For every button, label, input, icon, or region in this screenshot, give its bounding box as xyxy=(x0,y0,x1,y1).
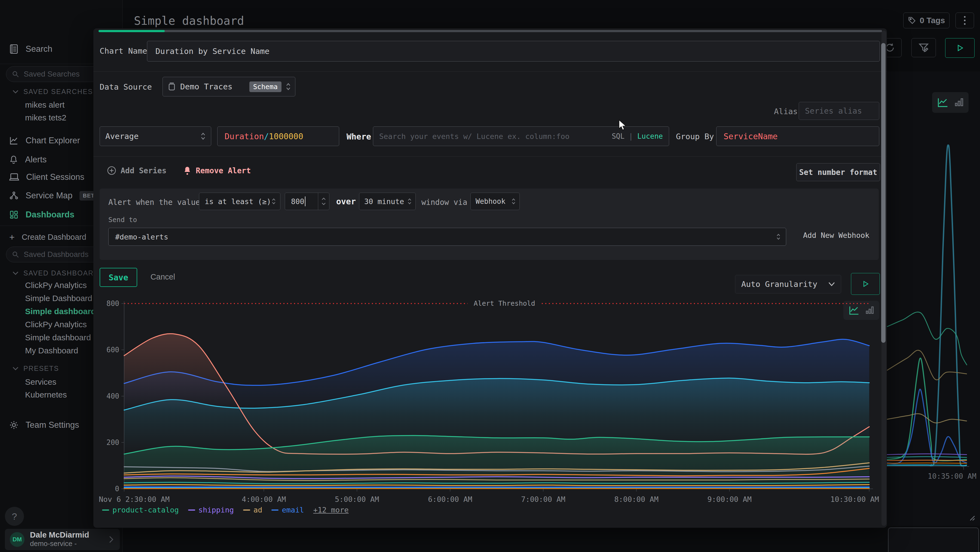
remove-alert-button[interactable]: Remove Alert xyxy=(183,166,251,175)
modal-scrollbar[interactable] xyxy=(881,30,886,526)
save-button[interactable]: Save xyxy=(100,268,137,287)
filter-edit-icon xyxy=(918,42,929,53)
number-stepper[interactable] xyxy=(318,193,329,210)
alert-threshold-input[interactable]: 800 xyxy=(285,193,329,210)
chevron-down-icon xyxy=(13,367,19,370)
saved-search-item[interactable]: mikes alert xyxy=(25,100,65,110)
user-card[interactable]: DM Dale McDiarmid demo-service - xyxy=(5,529,120,550)
legend-item[interactable]: shipping xyxy=(188,506,234,514)
legend-item[interactable]: product-catalog xyxy=(102,506,179,514)
play-icon xyxy=(862,280,869,288)
add-new-webhook-button[interactable]: Add New Webhook xyxy=(803,231,869,239)
saved-dashboard-item[interactable]: ClickPy Analytics xyxy=(25,281,87,290)
more-menu-button[interactable] xyxy=(956,13,974,28)
alert-channel-select[interactable]: Webhook xyxy=(470,193,520,210)
chevrons-up-down-icon xyxy=(272,198,276,205)
chevrons-up-down-icon xyxy=(407,198,412,205)
play-icon xyxy=(956,44,964,52)
chevrons-up-down-icon xyxy=(286,83,291,91)
circle-plus-icon xyxy=(107,166,116,175)
svg-text:7:00:00 AM: 7:00:00 AM xyxy=(521,495,565,503)
saved-dashboard-item[interactable]: Simple dashboard xyxy=(25,333,91,342)
legend-item[interactable]: email xyxy=(271,506,304,514)
alert-operator-select[interactable]: is at least (≥) xyxy=(199,193,280,210)
saved-dashboard-item[interactable]: My Dashboard xyxy=(25,346,78,355)
chevron-down-icon xyxy=(13,90,19,94)
legend-swatch xyxy=(188,509,195,511)
formula-input[interactable]: Duration/1000000 xyxy=(217,126,339,146)
alias-label: Alias xyxy=(774,107,798,116)
data-source-label: Data Source xyxy=(100,82,152,91)
add-series-button[interactable]: Add Series xyxy=(107,166,167,175)
page-title: Simple dashboard xyxy=(134,14,244,27)
cancel-button[interactable]: Cancel xyxy=(145,270,180,284)
send-to-label: Send to xyxy=(108,216,137,224)
background-chart-type-toggle[interactable] xyxy=(932,92,969,113)
saved-dashboards-header[interactable]: SAVED DASHBOARDS xyxy=(13,269,104,277)
chart-name-label: Chart Name xyxy=(100,46,147,56)
legend-swatch xyxy=(102,509,109,511)
legend-item[interactable]: ad xyxy=(243,506,262,514)
progress-track xyxy=(99,30,882,32)
group-by-input[interactable]: ServiceName xyxy=(716,126,879,146)
alias-input[interactable]: Series alias xyxy=(799,102,879,120)
schema-badge: Schema xyxy=(249,81,282,92)
webhook-select[interactable]: #demo-alerts xyxy=(108,228,786,246)
granularity-select[interactable]: Auto Granularity xyxy=(735,275,841,294)
user-name: Dale McDiarmid xyxy=(30,531,103,539)
legend-item[interactable]: +12 more xyxy=(313,506,349,514)
alert-over-label: over xyxy=(336,197,356,206)
preview-run-button[interactable] xyxy=(851,273,880,295)
app-root: HyperDX Simple dashboard 0 Tags xyxy=(0,0,980,552)
saved-search-item[interactable]: mikes tets2 xyxy=(25,113,67,122)
group-by-value: ServiceName xyxy=(724,132,778,141)
svg-text:5:00:00 AM: 5:00:00 AM xyxy=(335,495,379,503)
set-number-format-button[interactable]: Set number format xyxy=(796,163,880,181)
chart-name-input[interactable]: Duration by Service Name xyxy=(147,41,880,62)
chevron-down-icon xyxy=(13,271,19,275)
legend-label: ad xyxy=(253,506,262,514)
run-query-button[interactable] xyxy=(945,38,975,58)
magnifier-icon xyxy=(12,250,19,258)
presets-header[interactable]: PRESETS xyxy=(13,365,59,372)
filter-button[interactable] xyxy=(912,38,936,57)
chevron-up-icon xyxy=(321,198,326,200)
bar-chart-icon[interactable] xyxy=(954,97,964,108)
alert-config-panel: Alert when the value is at least (≥) 800… xyxy=(100,188,879,260)
preset-item[interactable]: Kubernetes xyxy=(25,390,67,399)
chevron-right-icon xyxy=(108,535,114,544)
background-next-panel xyxy=(888,528,979,552)
sql-mode-toggle[interactable]: SQL | Lucene xyxy=(612,132,663,140)
help-button[interactable]: ? xyxy=(5,507,24,526)
data-source-select[interactable]: Demo Traces Schema xyxy=(162,77,295,96)
chart-editor-modal: Chart Name Duration by Service Name Data… xyxy=(93,28,887,528)
saved-searches-header[interactable]: SAVED SEARCHES xyxy=(13,88,93,96)
line-chart-icon[interactable] xyxy=(937,97,948,108)
svg-text:10:30:00 AM: 10:30:00 AM xyxy=(830,495,879,503)
legend-swatch xyxy=(243,509,250,511)
saved-dashboard-item[interactable]: ClickPy Analytics xyxy=(25,320,87,329)
legend-label: shipping xyxy=(199,506,234,514)
modal-scrollbar-thumb[interactable] xyxy=(881,43,886,343)
database-icon xyxy=(168,82,176,91)
svg-text:0: 0 xyxy=(115,485,119,493)
bell-icon xyxy=(183,166,191,175)
svg-text:600: 600 xyxy=(107,346,119,354)
saved-dashboard-item[interactable]: Simple dashboard xyxy=(25,307,96,316)
progress-bar xyxy=(99,30,165,32)
preset-item[interactable]: Services xyxy=(25,377,56,387)
chevron-down-icon xyxy=(828,282,835,286)
avatar: DM xyxy=(10,532,24,547)
resize-handle-icon[interactable] xyxy=(968,514,975,521)
svg-text:4:00:00 AM: 4:00:00 AM xyxy=(242,495,286,503)
legend-label: +12 more xyxy=(313,506,349,514)
alert-window-select[interactable]: 30 minute xyxy=(359,193,416,210)
user-subtitle: demo-service - xyxy=(30,539,103,548)
svg-text:8:00:00 AM: 8:00:00 AM xyxy=(614,495,659,503)
alert-prefix-label: Alert when the value xyxy=(108,198,200,207)
aggregation-select[interactable]: Average xyxy=(100,126,211,146)
laptop-icon xyxy=(9,173,19,182)
saved-dashboard-item[interactable]: Simple Dashboard xyxy=(25,294,92,303)
grid-icon xyxy=(9,210,19,219)
tags-button[interactable]: 0 Tags xyxy=(903,13,950,28)
